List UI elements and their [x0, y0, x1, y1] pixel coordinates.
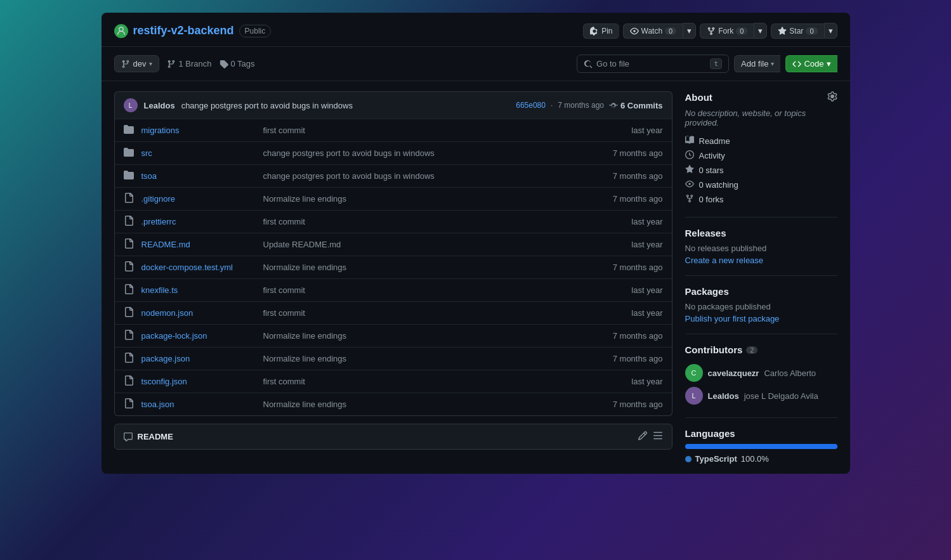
- packages-create-link[interactable]: Publish your first package: [685, 314, 780, 323]
- folder-icon: [124, 170, 134, 182]
- search-placeholder: Go to file: [596, 59, 629, 68]
- file-name[interactable]: .prettierrc: [141, 217, 256, 226]
- commit-message: change postgres port to avoid bugs in wi…: [181, 101, 353, 110]
- about-title: About: [685, 92, 712, 103]
- contributor-row[interactable]: L Lealdos jose L Delgado Avila: [685, 384, 837, 407]
- about-description: No description, website, or topics provi…: [685, 108, 837, 127]
- file-area: L Lealdos change postgres port to avoid …: [114, 91, 672, 464]
- file-name[interactable]: package.json: [141, 354, 256, 363]
- file-name[interactable]: src: [141, 148, 256, 158]
- branch-count-item[interactable]: 1 Branch: [167, 59, 211, 68]
- table-row[interactable]: .gitignore Normalize line endings 7 mont…: [115, 188, 672, 211]
- watch-button[interactable]: Watch 0: [623, 23, 683, 39]
- table-row[interactable]: README.md Update README.md last year: [115, 233, 672, 256]
- table-row[interactable]: docker-compose.test.yml Normalize line e…: [115, 256, 672, 279]
- table-row[interactable]: tsconfig.json first commit last year: [115, 370, 672, 393]
- activity-meta-item[interactable]: Activity: [685, 148, 837, 163]
- packages-title: Packages: [685, 286, 837, 297]
- table-row[interactable]: package-lock.json Normalize line endings…: [115, 325, 672, 348]
- commits-label: 6 Commits: [620, 101, 662, 110]
- file-time: last year: [631, 285, 662, 295]
- file-icon: [124, 261, 134, 273]
- commit-author[interactable]: Lealdos: [144, 101, 175, 110]
- file-time: 7 months ago: [613, 148, 663, 158]
- readme-actions: [638, 431, 663, 443]
- search-kbd: t: [710, 58, 722, 69]
- commits-link[interactable]: 6 Commits: [609, 101, 662, 110]
- contributor-fullname: Carlos Alberto: [764, 368, 816, 378]
- file-name[interactable]: knexfile.ts: [141, 285, 256, 295]
- owner-avatar: [114, 24, 128, 38]
- file-name[interactable]: tsoa: [141, 171, 256, 181]
- readme-bar: README: [114, 424, 672, 450]
- file-name[interactable]: nodemon.json: [141, 308, 256, 318]
- file-name[interactable]: tsoa.json: [141, 400, 256, 409]
- branch-selector[interactable]: dev ▾: [114, 55, 160, 72]
- contributor-row[interactable]: C cavelazquezr Carlos Alberto: [685, 361, 837, 384]
- code-button[interactable]: Code ▾: [785, 55, 837, 72]
- contributor-username[interactable]: Lealdos: [708, 391, 739, 401]
- file-icon: [124, 193, 134, 205]
- file-time: last year: [631, 377, 662, 386]
- branch-name: dev: [133, 59, 147, 68]
- repo-name[interactable]: restify-v2-backend: [133, 24, 234, 37]
- stars-label: 0 stars: [699, 166, 724, 175]
- packages-section: Packages No packages published Publish y…: [685, 286, 837, 334]
- file-name[interactable]: README.md: [141, 240, 256, 249]
- watching-meta-item[interactable]: 0 watching: [685, 178, 837, 192]
- language-name: TypeScript: [695, 454, 737, 464]
- about-section: About No description, website, or topics…: [685, 91, 837, 218]
- releases-create-link[interactable]: Create a new release: [685, 256, 764, 265]
- table-row[interactable]: tsoa.json Normalize line endings 7 month…: [115, 393, 672, 415]
- branch-count-label: 1 Branch: [178, 59, 211, 68]
- readme-meta-item[interactable]: Readme: [685, 134, 837, 148]
- file-name[interactable]: .gitignore: [141, 194, 256, 204]
- file-time: last year: [631, 240, 662, 249]
- code-label: Code: [804, 59, 823, 68]
- watch-label: Watch: [641, 27, 663, 36]
- add-file-group: Add file ▾: [734, 55, 780, 72]
- file-name[interactable]: tsconfig.json: [141, 377, 256, 386]
- star-button[interactable]: Star 0: [771, 23, 823, 39]
- table-row[interactable]: src change postgres port to avoid bugs i…: [115, 142, 672, 165]
- readme-menu-icon[interactable]: [653, 431, 663, 443]
- table-row[interactable]: tsoa change postgres port to avoid bugs …: [115, 165, 672, 188]
- language-bar: [685, 444, 837, 449]
- watching-label: 0 watching: [699, 180, 738, 190]
- commit-right: 665e080 · 7 months ago 6 Commits: [516, 101, 662, 110]
- stars-meta-item[interactable]: 0 stars: [685, 163, 837, 178]
- about-gear-icon[interactable]: [827, 91, 837, 103]
- readme-edit-icon[interactable]: [638, 431, 648, 443]
- file-name[interactable]: migrations: [141, 126, 256, 135]
- star-dropdown[interactable]: ▾: [824, 23, 837, 39]
- add-file-button[interactable]: Add file ▾: [734, 55, 780, 72]
- commit-avatar: L: [124, 98, 138, 112]
- contributor-username[interactable]: cavelazquezr: [708, 368, 759, 378]
- contributor-fullname: jose L Delgado Avila: [744, 391, 818, 401]
- table-row[interactable]: package.json Normalize line endings 7 mo…: [115, 348, 672, 370]
- file-name[interactable]: docker-compose.test.yml: [141, 263, 256, 272]
- forks-meta-item[interactable]: 0 forks: [685, 192, 837, 207]
- file-icon: [124, 353, 134, 365]
- watch-dropdown[interactable]: ▾: [683, 23, 696, 39]
- table-row[interactable]: nodemon.json first commit last year: [115, 302, 672, 325]
- file-icon: [124, 284, 134, 296]
- table-row[interactable]: migrations first commit last year: [115, 119, 672, 142]
- file-time: 7 months ago: [613, 331, 663, 341]
- tag-count-label: 0 Tags: [231, 59, 255, 68]
- pin-group: Pin: [583, 23, 619, 39]
- file-commit-msg: Normalize line endings: [263, 263, 605, 272]
- tag-count-item[interactable]: 0 Tags: [220, 59, 255, 68]
- fork-button[interactable]: Fork 0: [700, 23, 754, 39]
- language-list: TypeScript 100.0%: [685, 454, 837, 464]
- readme-label: README: [138, 432, 173, 441]
- fork-dropdown[interactable]: ▾: [754, 23, 767, 39]
- file-name[interactable]: package-lock.json: [141, 331, 256, 341]
- file-commit-msg: Update README.md: [263, 240, 624, 249]
- table-row[interactable]: .prettierrc first commit last year: [115, 211, 672, 233]
- search-box[interactable]: Go to file t: [577, 55, 729, 73]
- table-row[interactable]: knexfile.ts first commit last year: [115, 279, 672, 302]
- pin-button[interactable]: Pin: [583, 23, 619, 39]
- file-commit-msg: first commit: [263, 377, 624, 386]
- file-icon: [124, 330, 134, 342]
